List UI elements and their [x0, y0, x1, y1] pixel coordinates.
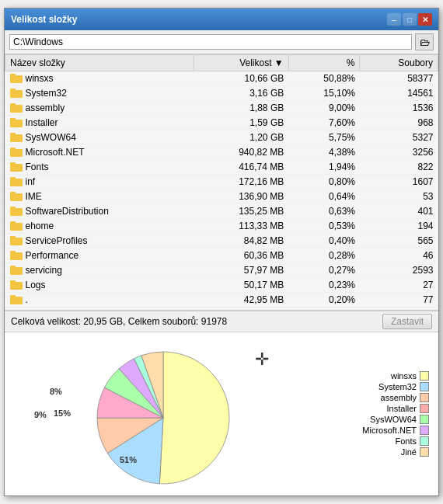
- cell-name: ehome: [5, 219, 194, 234]
- table-row[interactable]: IME 136,90 MB 0,64% 53: [5, 189, 438, 204]
- folder-browse-icon: 🗁: [420, 36, 430, 48]
- legend-label: Microsoft.NET: [362, 426, 417, 435]
- cell-name: Microsoft.NET: [5, 145, 194, 160]
- cell-files: 27: [360, 278, 438, 293]
- table-row[interactable]: Microsoft.NET 940,82 MB 4,38% 3256: [5, 145, 438, 160]
- folder-name: Fonts: [26, 162, 49, 172]
- cell-files: 14561: [360, 86, 438, 101]
- cell-pct: 0,53%: [288, 219, 360, 234]
- cell-pct: 50,88%: [288, 71, 360, 86]
- cell-files: 401: [360, 204, 438, 219]
- folder-icon: [10, 177, 23, 186]
- cell-pct: 0,23%: [288, 278, 360, 293]
- legend-color-swatch: [420, 382, 429, 391]
- cell-size: 1,59 GB: [194, 116, 288, 130]
- window-title: Velikost složky: [11, 14, 77, 25]
- folder-name: IME: [26, 191, 42, 202]
- chart-legend: winsxs System32 assembly Installer SysWO…: [331, 371, 432, 457]
- table-row[interactable]: ServiceProfiles 84,82 MB 0,40% 565: [5, 234, 438, 249]
- folder-name: ServiceProfiles: [26, 235, 88, 246]
- pie-slice-0: [159, 352, 229, 484]
- browse-button[interactable]: 🗁: [415, 33, 434, 50]
- table-row[interactable]: Performance 60,36 MB 0,28% 46: [5, 249, 438, 263]
- folder-name: ehome: [26, 221, 54, 231]
- folder-name: Logs: [26, 280, 46, 290]
- table-row[interactable]: winsxs 10,66 GB 50,88% 58377: [5, 71, 438, 86]
- folder-icon: [10, 162, 23, 172]
- col-header-files[interactable]: Soubory: [360, 55, 438, 71]
- legend-item: Installer: [331, 404, 429, 413]
- table-row[interactable]: SoftwareDistribution 135,25 MB 0,63% 401: [5, 204, 438, 219]
- cell-files: 2593: [360, 263, 438, 278]
- cell-files: 58377: [360, 71, 438, 86]
- pie-label-51: 51%: [120, 455, 137, 464]
- cell-pct: 0,40%: [288, 234, 360, 249]
- cell-size: 113,33 MB: [194, 219, 288, 234]
- maximize-button[interactable]: □: [403, 13, 417, 26]
- folder-icon: [10, 103, 23, 113]
- folder-name: inf: [26, 176, 36, 187]
- main-window: Velikost složky – □ ✕ 🗁 Název složky Vel…: [4, 8, 439, 496]
- table-row[interactable]: SysWOW64 1,20 GB 5,75% 5327: [5, 130, 438, 145]
- folder-icon: [10, 295, 23, 304]
- legend-color-swatch: [420, 415, 429, 424]
- table-row[interactable]: Fonts 416,74 MB 1,94% 822: [5, 160, 438, 175]
- table-row[interactable]: ehome 113,33 MB 0,53% 194: [5, 219, 438, 234]
- cell-size: 50,17 MB: [194, 278, 288, 293]
- cell-name: assembly: [5, 101, 194, 116]
- folder-icon: [10, 89, 23, 98]
- table-row[interactable]: Logs 50,17 MB 0,23% 27: [5, 278, 438, 293]
- folder-icon: [10, 148, 23, 157]
- status-bar: Celková velikost: 20,95 GB, Celkem soubo…: [5, 311, 438, 332]
- cell-size: 135,25 MB: [194, 204, 288, 219]
- col-header-size[interactable]: Velikost ▼: [194, 55, 288, 71]
- crosshair-icon: ✛: [255, 349, 269, 370]
- folder-icon: [10, 266, 23, 275]
- legend-label: SysWOW64: [370, 415, 417, 424]
- cell-files: 194: [360, 219, 438, 234]
- path-input[interactable]: [9, 34, 412, 50]
- legend-item: winsxs: [331, 371, 429, 381]
- folder-table: Název složky Velikost ▼ % Soubory winsxs…: [5, 54, 438, 311]
- table-row[interactable]: assembly 1,88 GB 9,00% 1536: [5, 101, 438, 116]
- legend-color-swatch: [420, 447, 429, 457]
- cell-files: 46: [360, 249, 438, 263]
- cell-pct: 0,64%: [288, 189, 360, 204]
- table-row[interactable]: servicing 57,97 MB 0,27% 2593: [5, 263, 438, 278]
- folder-table-container[interactable]: Název složky Velikost ▼ % Soubory winsxs…: [5, 54, 438, 311]
- cell-size: 136,90 MB: [194, 189, 288, 204]
- cell-files: 53: [360, 189, 438, 204]
- legend-item: Microsoft.NET: [331, 426, 429, 435]
- col-header-name[interactable]: Název složky: [5, 55, 194, 71]
- path-bar: 🗁: [5, 30, 438, 54]
- cell-pct: 4,38%: [288, 145, 360, 160]
- pie-label-9: 9%: [34, 410, 47, 419]
- pie-chart: [85, 340, 256, 488]
- table-row[interactable]: Installer 1,59 GB 7,60% 968: [5, 116, 438, 130]
- folder-name: SysWOW64: [26, 132, 76, 143]
- legend-color-swatch: [420, 436, 429, 446]
- table-row[interactable]: System32 3,16 GB 15,10% 14561: [5, 86, 438, 101]
- table-row[interactable]: . 42,95 MB 0,20% 77: [5, 293, 438, 308]
- cell-pct: 0,27%: [288, 263, 360, 278]
- pie-label-15: 15%: [54, 408, 71, 418]
- legend-item: SysWOW64: [331, 415, 429, 424]
- cell-files: 3256: [360, 145, 438, 160]
- cell-size: 1,88 GB: [194, 101, 288, 116]
- col-header-pct[interactable]: %: [288, 55, 360, 71]
- chart-area: 51% 15% 9% 8% ✛ winsxs System32 assembly…: [5, 332, 438, 495]
- cell-size: 1,20 GB: [194, 130, 288, 145]
- folder-icon: [10, 74, 23, 83]
- folder-name: .: [26, 294, 28, 305]
- cell-size: 10,66 GB: [194, 71, 288, 86]
- cell-name: System32: [5, 86, 194, 101]
- cell-size: 940,82 MB: [194, 145, 288, 160]
- table-row[interactable]: inf 172,16 MB 0,80% 1607: [5, 175, 438, 189]
- cell-pct: 7,60%: [288, 116, 360, 130]
- minimize-button[interactable]: –: [387, 13, 401, 26]
- close-button[interactable]: ✕: [418, 13, 432, 26]
- zastavit-button[interactable]: Zastavit: [382, 314, 432, 329]
- pie-label-8: 8%: [50, 387, 62, 396]
- cell-name: inf: [5, 175, 194, 189]
- legend-item: System32: [331, 382, 429, 391]
